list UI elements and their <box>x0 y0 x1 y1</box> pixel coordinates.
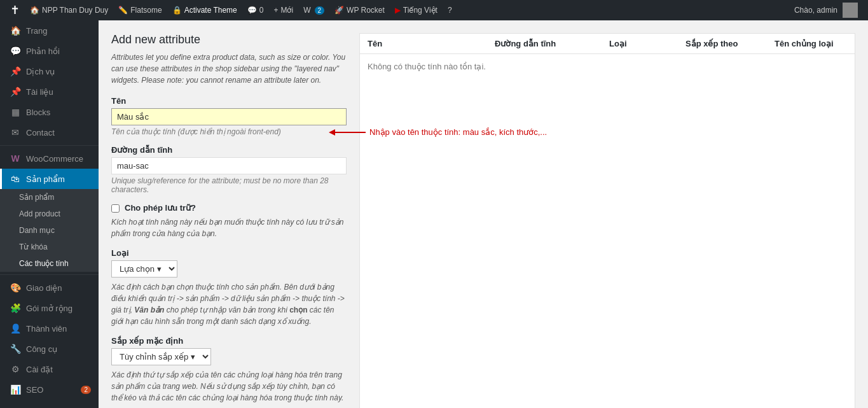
sidebar-label-contact: Contact <box>26 128 55 137</box>
submenu-label-addproduct: Add product <box>19 209 60 218</box>
plus-icon: + <box>273 6 278 15</box>
adminbar-right: Chào, admin <box>789 0 863 20</box>
form-description: Attributes let you define extra product … <box>111 52 347 86</box>
flatsome-icon: ✏️ <box>118 6 128 15</box>
sidebar-label-sanpham: Sản phẩm <box>26 174 65 184</box>
language-item[interactable]: ▶ Tiếng Việt <box>390 0 443 20</box>
site-name-label: NPP Than Duy Duy <box>42 6 108 15</box>
plugin-icon: 🧩 <box>10 303 21 313</box>
col-loai: Loại <box>609 39 685 48</box>
flatsome-item[interactable]: ✏️ Flatsome <box>113 0 167 20</box>
sort-hint: Xác định thứ tự sắp xếp của tên các chủn… <box>111 369 347 404</box>
sidebar-label-seo: SEO <box>26 385 43 395</box>
wprocket-label: WP Rocket <box>347 6 385 15</box>
language-label: Tiếng Việt <box>403 6 437 15</box>
main-wrapper: 🏠 Trang 💬 Phản hồi 📌 Dịch vụ 📌 Tài liệu … <box>0 0 868 408</box>
wp-updates-icon: W <box>303 6 310 15</box>
activate-theme-label: Activate Theme <box>184 6 237 15</box>
sidebar: 🏠 Trang 💬 Phản hồi 📌 Dịch vụ 📌 Tài liệu … <box>0 20 99 408</box>
name-input[interactable] <box>111 108 347 125</box>
sidebar-item-congtai[interactable]: 🔧 Công cụ <box>0 339 99 359</box>
submenu-label-sanpham: Sản phẩm <box>19 193 54 202</box>
submenu-item-thuoctinh[interactable]: Các thuộc tính <box>0 255 99 272</box>
sidebar-label-congtai: Công cụ <box>26 344 57 354</box>
wp-icon: ✝ <box>10 3 20 17</box>
contact-icon: ✉ <box>10 127 21 137</box>
name-annotation-text: Nhập vào tên thuộc tính: màu sắc, kích t… <box>369 127 547 137</box>
sidebar-item-trang[interactable]: 🏠 Trang <box>0 20 99 41</box>
name-field: Tên Tên của thuộc tính (được hiển thị ng… <box>111 96 347 136</box>
sidebar-label-giaodien: Giao diện <box>26 283 62 293</box>
submenu-label-tkhoa: Từ khóa <box>19 243 48 251</box>
sidebar-item-caidat[interactable]: ⚙ Cài đặt <box>0 359 99 379</box>
theme-icon: 🎨 <box>10 283 21 293</box>
slug-input[interactable] <box>111 157 347 174</box>
sidebar-item-goimorong[interactable]: 🧩 Gói mở rộng <box>0 298 99 318</box>
user-greeting-text: Chào, admin <box>794 6 837 15</box>
users-icon: 👤 <box>10 323 21 334</box>
sort-select[interactable]: Tùy chỉnh sắp xếp ▾ Tên ID Số tự nhiên <box>111 348 211 365</box>
submenu-item-danhmuc[interactable]: Danh mục <box>0 222 99 239</box>
sidebar-item-tailieu[interactable]: 📌 Tài liệu <box>0 81 99 102</box>
wp-updates-item[interactable]: W 2 <box>298 0 329 20</box>
add-attribute-form: Add new attribute Attributes let you def… <box>111 33 347 408</box>
name-arrow-line <box>334 132 366 133</box>
blocks-icon: ▦ <box>10 107 21 117</box>
user-avatar <box>843 3 858 18</box>
type-select[interactable]: Lựa chọn ▾ Văn bản <box>111 260 177 278</box>
wprocket-icon: 🚀 <box>334 6 344 15</box>
settings-icon: ⚙ <box>10 364 21 374</box>
attribute-table: Tên Đường dẫn tĩnh Loại Sắp xếp theo Tên… <box>359 33 855 408</box>
content-area: Add new attribute Attributes let you def… <box>99 20 868 408</box>
sidebar-item-woocommerce[interactable]: W WooCommerce <box>0 148 99 169</box>
woo-icon: W <box>10 153 21 164</box>
sidebar-item-seo[interactable]: 📊 SEO 2 <box>0 379 99 400</box>
slug-hint: Unique slug/reference for the attribute;… <box>111 176 347 194</box>
sidebar-item-contact[interactable]: ✉ Contact <box>0 122 99 143</box>
submenu-item-sanpham[interactable]: Sản phẩm <box>0 189 99 206</box>
service-icon: 📌 <box>10 66 21 76</box>
sidebar-item-sanpham[interactable]: 🛍 Sản phẩm <box>0 169 99 189</box>
sidebar-item-phanHoi[interactable]: 💬 Phản hồi <box>0 41 99 61</box>
col-duongdantinh: Đường dẫn tĩnh <box>495 39 609 48</box>
sidebar-item-dichvu[interactable]: 📌 Dịch vụ <box>0 61 99 81</box>
comment-icon: 💬 <box>247 6 257 15</box>
new-item[interactable]: + Mới <box>268 0 298 20</box>
user-greeting[interactable]: Chào, admin <box>789 0 863 20</box>
type-label: Loại <box>111 248 347 258</box>
comments-item[interactable]: 💬 0 <box>242 0 269 20</box>
archive-hint: Kích hoạt tính năng này nếu bạn muốn thu… <box>111 216 347 239</box>
sidebar-sep2 <box>0 274 99 275</box>
sidebar-label-blocks: Blocks <box>26 108 50 117</box>
sidebar-item-giaodien[interactable]: 🎨 Giao diện <box>0 278 99 298</box>
slug-field: Đường dẫn tĩnh Unique slug/reference for… <box>111 145 347 194</box>
table-empty-message: Không có thuộc tính nào tồn tại. <box>360 54 855 79</box>
col-tenchungloai: Tên chủng loại <box>775 39 847 48</box>
submenu-item-addproduct[interactable]: Add product <box>0 206 99 222</box>
sidebar-label-thanhvien: Thành viên <box>26 324 67 334</box>
activate-theme-item[interactable]: 🔒 Activate Theme <box>167 0 242 20</box>
flatsome-label: Flatsome <box>130 6 162 15</box>
archive-checkbox-row: Cho phép lưu trữ? <box>111 203 347 213</box>
help-item[interactable]: ? <box>443 0 457 20</box>
sanpham-submenu: Sản phẩm Add product Danh mục Từ khóa Cá… <box>0 189 99 272</box>
sidebar-label-trang: Trang <box>26 26 47 36</box>
submenu-label-danhmuc: Danh mục <box>19 226 55 235</box>
site-name-item[interactable]: 🏠 NPP Than Duy Duy <box>25 0 113 20</box>
submenu-label-thuoctinh: Các thuộc tính <box>19 259 69 268</box>
wprocket-item[interactable]: 🚀 WP Rocket <box>329 0 390 20</box>
archive-checkbox[interactable] <box>111 204 120 213</box>
wp-logo[interactable]: ✝ <box>5 0 25 20</box>
site-name-icon: 🏠 <box>30 6 39 15</box>
sidebar-label-phanHoi: Phản hồi <box>26 46 60 56</box>
sidebar-item-thanhvien[interactable]: 👤 Thành viên <box>0 318 99 339</box>
col-ten: Tên <box>368 39 495 48</box>
submenu-item-tkhoa[interactable]: Từ khóa <box>0 239 99 255</box>
seo-badge: 2 <box>81 386 91 394</box>
docs-icon: 📌 <box>10 87 21 97</box>
admin-bar: ✝ 🏠 NPP Than Duy Duy ✏️ Flatsome 🔒 Activ… <box>0 0 868 20</box>
sidebar-label-woocommerce: WooCommerce <box>26 154 83 164</box>
sort-select-field: Sắp xếp mặc định Tùy chỉnh sắp xếp ▾ Tên… <box>111 336 347 365</box>
sidebar-item-blocks[interactable]: ▦ Blocks <box>0 102 99 122</box>
name-label: Tên <box>111 96 347 106</box>
